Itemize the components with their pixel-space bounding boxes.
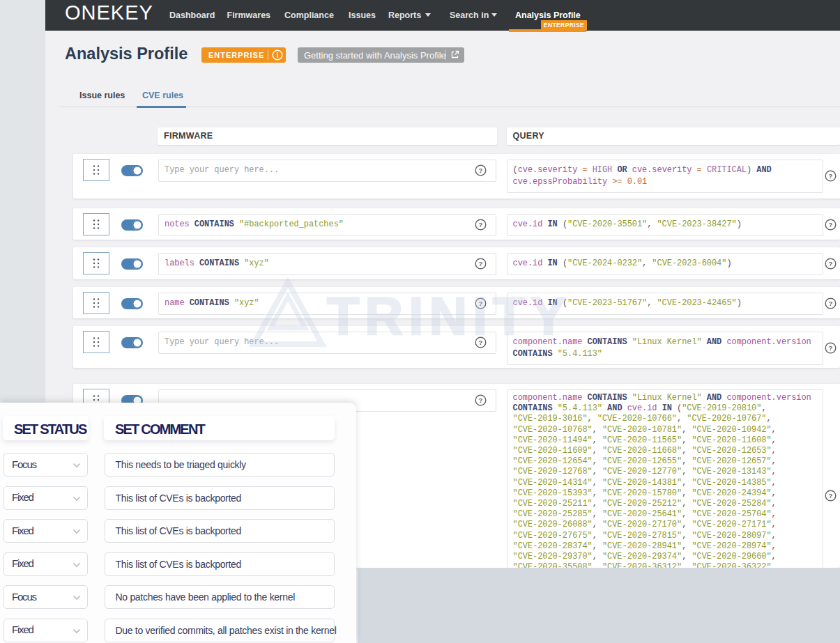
svg-text:?: ? [479, 221, 483, 228]
svg-text:?: ? [479, 166, 483, 174]
svg-text:?: ? [479, 396, 483, 404]
svg-text:?: ? [828, 344, 832, 352]
svg-text:?: ? [828, 172, 832, 180]
svg-text:?: ? [479, 260, 483, 268]
svg-text:?: ? [828, 300, 832, 307]
svg-text:?: ? [828, 492, 832, 499]
svg-text:TRINITY: TRINITY [327, 286, 566, 346]
svg-text:?: ? [828, 260, 832, 268]
svg-text:?: ? [828, 221, 832, 228]
